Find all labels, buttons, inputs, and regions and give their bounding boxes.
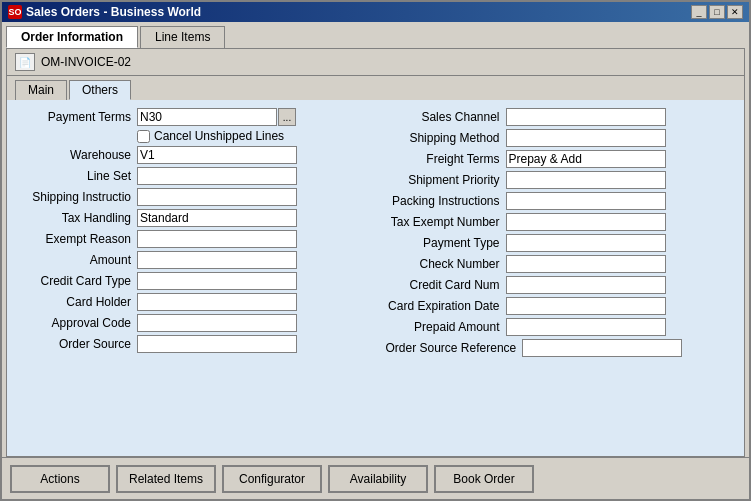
packing-instructions-row: Packing Instructions	[386, 192, 735, 210]
sub-tabs: Main Others	[7, 76, 744, 100]
content-area: 📄 OM-INVOICE-02 Main Others Payment Term…	[6, 48, 745, 457]
main-window: SO Sales Orders - Business World _ □ ✕ O…	[0, 0, 751, 501]
invoice-label: OM-INVOICE-02	[41, 55, 131, 69]
freight-terms-row: Freight Terms	[386, 150, 735, 168]
exempt-reason-label: Exempt Reason	[17, 232, 137, 246]
cancel-unshipped-row: Cancel Unshipped Lines	[17, 129, 366, 143]
tab-order-information[interactable]: Order Information	[6, 26, 138, 48]
card-holder-input[interactable]	[137, 293, 297, 311]
form-grid: Payment Terms ... Cancel Unshipped Lines	[17, 108, 734, 360]
payment-terms-row: Payment Terms ...	[17, 108, 366, 126]
line-set-input[interactable]	[137, 167, 297, 185]
payment-terms-field-group: ...	[137, 108, 296, 126]
shipping-instructions-label: Shipping Instructio	[17, 190, 137, 204]
actions-button[interactable]: Actions	[10, 465, 110, 493]
cancel-unshipped-label: Cancel Unshipped Lines	[154, 129, 284, 143]
shipping-instructions-row: Shipping Instructio	[17, 188, 366, 206]
line-set-row: Line Set	[17, 167, 366, 185]
app-icon: SO	[8, 5, 22, 19]
amount-row: Amount	[17, 251, 366, 269]
sales-channel-row: Sales Channel	[386, 108, 735, 126]
sales-channel-label: Sales Channel	[386, 110, 506, 124]
left-column: Payment Terms ... Cancel Unshipped Lines	[17, 108, 366, 360]
check-number-input[interactable]	[506, 255, 666, 273]
book-order-button[interactable]: Book Order	[434, 465, 534, 493]
order-source-label: Order Source	[17, 337, 137, 351]
prepaid-amount-label: Prepaid Amount	[386, 320, 506, 334]
approval-code-label: Approval Code	[17, 316, 137, 330]
right-column: Sales Channel Shipping Method Freight Te…	[386, 108, 735, 360]
cancel-unshipped-checkbox[interactable]	[137, 130, 150, 143]
payment-terms-label: Payment Terms	[17, 110, 137, 124]
card-expiration-date-row: Card Expiration Date	[386, 297, 735, 315]
credit-card-num-input[interactable]	[506, 276, 666, 294]
payment-terms-input[interactable]	[137, 108, 277, 126]
tab-others[interactable]: Others	[69, 80, 131, 100]
title-buttons: _ □ ✕	[691, 5, 743, 19]
tax-exempt-number-row: Tax Exempt Number	[386, 213, 735, 231]
payment-type-input[interactable]	[506, 234, 666, 252]
order-source-input[interactable]	[137, 335, 297, 353]
shipment-priority-label: Shipment Priority	[386, 173, 506, 187]
warehouse-label: Warehouse	[17, 148, 137, 162]
title-bar: SO Sales Orders - Business World _ □ ✕	[2, 2, 749, 22]
credit-card-type-row: Credit Card Type	[17, 272, 366, 290]
shipment-priority-input[interactable]	[506, 171, 666, 189]
packing-instructions-input[interactable]	[506, 192, 666, 210]
shipping-method-input[interactable]	[506, 129, 666, 147]
main-tabs: Order Information Line Items	[2, 22, 749, 48]
prepaid-amount-row: Prepaid Amount	[386, 318, 735, 336]
payment-type-label: Payment Type	[386, 236, 506, 250]
configurator-button[interactable]: Configurator	[222, 465, 322, 493]
warehouse-input[interactable]	[137, 146, 297, 164]
card-holder-row: Card Holder	[17, 293, 366, 311]
packing-instructions-label: Packing Instructions	[386, 194, 506, 208]
payment-terms-btn[interactable]: ...	[278, 108, 296, 126]
order-source-reference-input[interactable]	[522, 339, 682, 357]
minimize-button[interactable]: _	[691, 5, 707, 19]
invoice-row: 📄 OM-INVOICE-02	[7, 49, 744, 76]
availability-button[interactable]: Availability	[328, 465, 428, 493]
tax-exempt-number-input[interactable]	[506, 213, 666, 231]
order-source-reference-row: Order Source Reference	[386, 339, 735, 357]
tax-handling-label: Tax Handling	[17, 211, 137, 225]
close-button[interactable]: ✕	[727, 5, 743, 19]
check-number-label: Check Number	[386, 257, 506, 271]
amount-input[interactable]	[137, 251, 297, 269]
sales-channel-input[interactable]	[506, 108, 666, 126]
shipment-priority-row: Shipment Priority	[386, 171, 735, 189]
check-number-row: Check Number	[386, 255, 735, 273]
tab-line-items[interactable]: Line Items	[140, 26, 225, 48]
card-expiration-date-label: Card Expiration Date	[386, 299, 506, 313]
exempt-reason-input[interactable]	[137, 230, 297, 248]
tax-exempt-number-label: Tax Exempt Number	[386, 215, 506, 229]
card-expiration-date-input[interactable]	[506, 297, 666, 315]
credit-card-type-label: Credit Card Type	[17, 274, 137, 288]
credit-card-num-row: Credit Card Num	[386, 276, 735, 294]
credit-card-num-label: Credit Card Num	[386, 278, 506, 292]
bottom-bar: Actions Related Items Configurator Avail…	[2, 457, 749, 499]
payment-type-row: Payment Type	[386, 234, 735, 252]
exempt-reason-row: Exempt Reason	[17, 230, 366, 248]
tab-main[interactable]: Main	[15, 80, 67, 100]
order-source-reference-label: Order Source Reference	[386, 341, 523, 355]
approval-code-input[interactable]	[137, 314, 297, 332]
form-area: Payment Terms ... Cancel Unshipped Lines	[7, 100, 744, 456]
approval-code-row: Approval Code	[17, 314, 366, 332]
warehouse-row: Warehouse	[17, 146, 366, 164]
order-source-row: Order Source	[17, 335, 366, 353]
related-items-button[interactable]: Related Items	[116, 465, 216, 493]
shipping-method-label: Shipping Method	[386, 131, 506, 145]
shipping-method-row: Shipping Method	[386, 129, 735, 147]
window-title: Sales Orders - Business World	[26, 5, 201, 19]
tax-handling-input[interactable]	[137, 209, 297, 227]
credit-card-type-input[interactable]	[137, 272, 297, 290]
tax-handling-row: Tax Handling	[17, 209, 366, 227]
freight-terms-input[interactable]	[506, 150, 666, 168]
shipping-instructions-input[interactable]	[137, 188, 297, 206]
card-holder-label: Card Holder	[17, 295, 137, 309]
prepaid-amount-input[interactable]	[506, 318, 666, 336]
invoice-icon: 📄	[15, 53, 35, 71]
maximize-button[interactable]: □	[709, 5, 725, 19]
title-bar-left: SO Sales Orders - Business World	[8, 5, 201, 19]
